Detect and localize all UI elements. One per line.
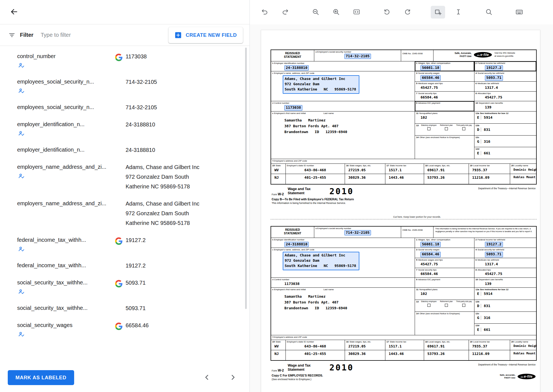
field-value-text: Adams, Chase and Gilbert Inc 972 Gonzale… (126, 199, 210, 228)
box-17-row2: 1443.46 (385, 174, 424, 184)
add-bounding-box-icon (434, 8, 442, 16)
rotate-left-button[interactable] (380, 6, 394, 19)
header-note: This information is being furnished to t… (435, 227, 535, 233)
federal-tax-annotation[interactable]: 19127.2 (485, 65, 503, 71)
redo-button[interactable] (278, 6, 292, 19)
ss-tax-annotation[interactable]: 5093.71 (485, 75, 503, 81)
box-20-locality: 20Locality name Dominic Heights (510, 164, 536, 174)
ss-tax-annotation[interactable]: 5093.71 (485, 252, 503, 257)
w2-forms: Cut here. Keep lower portion for your re… (271, 50, 537, 381)
box-10-dependent-care: 10Dependent care benefits 139 (474, 278, 536, 287)
box-14-other: 14Other (see enclosed Notice to Employee… (415, 136, 474, 159)
ein-annotation[interactable]: 24-3188810 (284, 65, 309, 71)
w2-grid: REISSUED STATEMENT a Employee's social s… (271, 226, 537, 361)
box-19-row2: 11216.09 (469, 350, 510, 360)
control-number-annotation[interactable]: 1173038 (284, 105, 302, 111)
filter-input[interactable] (41, 32, 118, 38)
add-bounding-box-button[interactable] (431, 6, 445, 19)
field-name-block: employer_identification_n... (17, 121, 126, 138)
employer-state-id: Employer's state ID number 643-86-468 (285, 164, 345, 174)
third-party-sick-pay-checkbox[interactable] (462, 127, 465, 130)
w2-copy-info: Copy C For EMPLOYEE'S RECORDS. (See encl… (271, 373, 537, 381)
reissued-statement: REISSUED STATEMENT (271, 50, 314, 61)
field-list-item[interactable]: employees_social_security_n... 714-32-21… (0, 98, 250, 115)
field-list-item[interactable]: employers_name_address_and_zi... Adams, … (0, 158, 250, 194)
document-canvas: Cut here. Keep lower portion for your re… (250, 24, 553, 392)
code-view-button[interactable] (349, 6, 364, 19)
prev-page-button[interactable] (200, 371, 214, 384)
statutory-employee-checkbox[interactable] (427, 127, 430, 130)
field-list-item[interactable]: employer_identification_n... 24-3188810 (0, 141, 250, 158)
panel-scrollbar[interactable] (245, 48, 247, 309)
box-20-row2: Robles Mount (510, 174, 536, 184)
wages-annotation[interactable]: 56081.18 (420, 65, 441, 71)
ss-wages-annotation[interactable]: 66584.46 (420, 75, 441, 81)
field-list-item[interactable]: employers_name_address_and_zi... Adams, … (0, 194, 250, 231)
department-text: Department of the Treasury—Internal Reve… (478, 363, 536, 366)
w2-footer: Form W-2 Wage and Tax Statement 2010 Dep… (271, 361, 537, 373)
viewer-toolbar (250, 0, 553, 24)
employer-address-annotation[interactable]: Adams, Chase and Gilbert Inc 972 Gonzale… (283, 75, 359, 94)
wages-annotation[interactable]: 56081.18 (420, 242, 441, 247)
ss-wages-annotation[interactable]: 66584.46 (420, 252, 441, 257)
keyboard-shortcuts-button[interactable] (512, 6, 526, 19)
field-name: federal_income_tax_withh... (17, 262, 126, 269)
form-id: Form W-2 (272, 192, 284, 196)
field-value: 19127.2 (126, 262, 146, 271)
w2-footer: Form W-2 Wage and Tax Statement 2010 Dep… (271, 185, 537, 197)
mark-as-labeled-button[interactable]: MARK AS LABELED (8, 370, 74, 385)
next-page-button[interactable] (226, 371, 240, 384)
statutory-employee-checkbox[interactable] (427, 304, 430, 307)
field-list-item[interactable]: social_security_tax_withhe... 5093.71 (0, 273, 250, 299)
search-button[interactable] (482, 6, 496, 19)
search-icon (485, 8, 492, 16)
field-list-item[interactable]: federal_income_tax_withh... 19127.2 (0, 256, 250, 273)
box-7-ss-tips: 7Social security tips 66584.46 (415, 92, 474, 101)
verified-icon (18, 130, 25, 138)
rotate-right-button[interactable] (400, 6, 415, 19)
ssn-annotation[interactable]: 714-32-2105 (344, 230, 371, 236)
wage-tax-statement-title: Wage and Tax Statement (288, 187, 311, 195)
field-value: 5093.71 (126, 305, 146, 313)
undo-button[interactable] (258, 6, 272, 19)
box-c-employer-info: c Employer's name, address, and ZIP code… (271, 248, 415, 277)
field-value: 1173038 (126, 53, 147, 61)
employer-address-annotation[interactable]: Adams, Chase and Gilbert Inc 972 Gonzale… (283, 252, 359, 270)
undo-icon (261, 8, 268, 16)
retirement-plan-checkbox[interactable] (445, 304, 448, 307)
box-12d: 12d E661 (474, 147, 536, 159)
field-list-item[interactable]: employees_social_security_n... 714-32-21… (0, 72, 250, 98)
back-button[interactable] (7, 6, 20, 19)
box-19-local-income-tax: 19Local income tax 7935.37 (469, 164, 510, 174)
field-list-item[interactable]: control_number 1173038 (0, 47, 250, 72)
chevron-right-icon (229, 373, 237, 382)
box-18-row2: 53793.26 (424, 350, 469, 360)
tax-year: 2010 (329, 363, 354, 372)
box-5-medicare-wages: 5Medicare wages and tips 45427.75 (415, 82, 474, 91)
federal-tax-annotation[interactable]: 19127.2 (485, 242, 503, 247)
box-15-state: 15State WV (271, 340, 285, 350)
control-number-annotation[interactable]: 1173038 (284, 282, 300, 286)
field-list-item[interactable]: federal_income_tax_withh... 19127.2 (0, 231, 250, 256)
zoom-out-button[interactable] (308, 6, 323, 19)
text-selection-button[interactable] (451, 6, 466, 19)
box-18-row2: 53793.26 (424, 174, 469, 184)
verified-icon (18, 289, 25, 296)
create-new-field-label: CREATE NEW FIELD (186, 32, 237, 38)
box-13-checkboxes: 13 Statutory employee Retirement plan Th… (415, 124, 474, 135)
left-panel-header (0, 0, 250, 24)
ein-annotation[interactable]: 24-3188810 (284, 242, 309, 247)
field-list-item[interactable]: social_security_wages 66584.46 (0, 316, 250, 341)
field-value: 24-3188810 (126, 147, 155, 155)
field-list-item[interactable]: employer_identification_n... 24-3188810 (0, 115, 250, 141)
ssn-annotation[interactable]: 714-32-2105 (344, 54, 371, 59)
retirement-plan-checkbox[interactable] (445, 127, 448, 130)
box-e-employee-name: e Employee's first name and initialLast … (271, 111, 415, 159)
verified-icon (18, 173, 25, 180)
create-new-field-button[interactable]: CREATE NEW FIELD (168, 27, 243, 43)
zoom-in-button[interactable] (329, 6, 343, 19)
field-list-item[interactable]: social_security_tax_withhe... 5093.71 (0, 299, 250, 316)
box-20-row2: Robles Mount (510, 350, 536, 360)
third-party-sick-pay-checkbox[interactable] (462, 304, 465, 307)
field-value-text: 5093.71 (126, 278, 146, 288)
